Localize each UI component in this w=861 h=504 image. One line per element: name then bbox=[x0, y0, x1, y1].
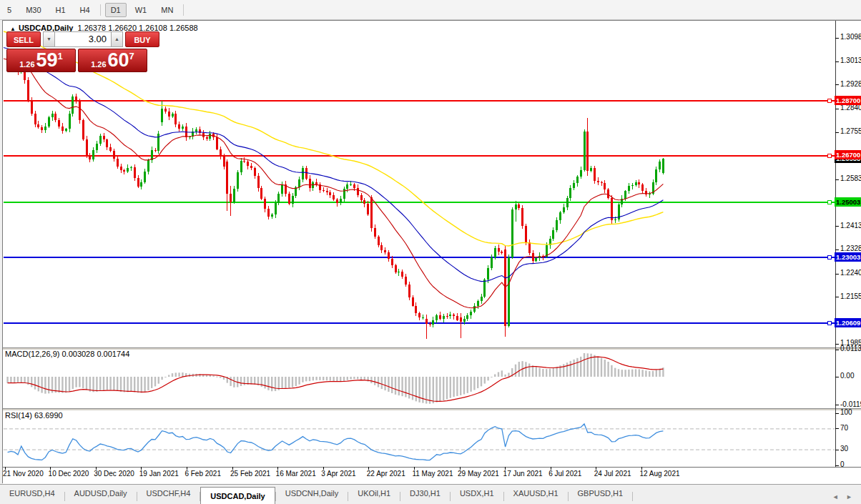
rsi-indicator-label: RSI(14) 63.6990 bbox=[5, 411, 63, 420]
date-axis-label: 11 May 2021 bbox=[412, 470, 453, 478]
sell-price-prefix: 1.26 bbox=[19, 59, 34, 70]
date-axis-label: 22 Apr 2021 bbox=[367, 470, 405, 478]
macd-axis-tick: 0.01135 bbox=[840, 345, 861, 352]
buy-button[interactable]: BUY bbox=[125, 31, 159, 47]
buy-price-main: 60 bbox=[108, 51, 129, 70]
sell-price-pip: 1 bbox=[58, 51, 63, 61]
sell-price-box[interactable]: 1.26 59 1 bbox=[6, 49, 76, 72]
date-axis-label: 24 Jul 2021 bbox=[594, 470, 631, 478]
volume-decrease-button[interactable]: ▼ bbox=[43, 31, 55, 47]
macd-indicator-label: MACD(12,26,9) 0.003028 0.001744 bbox=[5, 350, 129, 358]
chart-tab-usdchf-h4[interactable]: USDCHF,H4 bbox=[137, 489, 200, 504]
chart-canvas[interactable] bbox=[1, 1, 861, 504]
buy-price-prefix: 1.26 bbox=[91, 59, 106, 70]
macd-axis-tick: 0.00 bbox=[840, 372, 854, 380]
hline-price-badge: 1.26700 bbox=[835, 150, 861, 159]
date-axis-label: 16 Mar 2021 bbox=[276, 470, 316, 478]
date-axis-label: 19 Jan 2021 bbox=[139, 470, 179, 478]
rsi-axis-tick: 0 bbox=[840, 460, 845, 468]
date-axis-label: 30 Dec 2020 bbox=[94, 470, 134, 478]
volume-input[interactable]: 3.00 bbox=[55, 31, 111, 47]
price-axis-tick: 1.30980 bbox=[840, 33, 861, 41]
buy-price-pip: 7 bbox=[129, 51, 134, 61]
price-axis-tick: 1.29280 bbox=[840, 80, 861, 88]
date-axis-label: 25 Feb 2021 bbox=[230, 470, 270, 478]
chart-window[interactable]: ▲USDCAD,Daily 1.26378 1.26620 1.26108 1.… bbox=[2, 20, 861, 483]
hline-price-badge: 1.25003 bbox=[835, 197, 861, 207]
chart-tab-dj30-h1[interactable]: DJ30,H1 bbox=[400, 489, 450, 504]
date-axis-label: 6 Feb 2021 bbox=[184, 470, 221, 478]
chart-tab-audusd-daily[interactable]: AUDUSD,Daily bbox=[65, 489, 137, 504]
price-axis-tick: 1.22405 bbox=[840, 269, 861, 277]
tab-separator bbox=[632, 492, 633, 501]
volume-increase-button[interactable]: ▲ bbox=[111, 31, 123, 47]
chart-tab-usdcnh-daily[interactable]: USDCNH,Daily bbox=[276, 489, 348, 504]
price-axis-tick: 1.27555 bbox=[840, 127, 861, 135]
chart-tab-gbpusd-h1[interactable]: GBPUSD,H1 bbox=[569, 489, 633, 504]
date-axis-label: 29 May 2021 bbox=[458, 470, 499, 478]
rsi-axis-tick: 100 bbox=[840, 408, 852, 416]
tab-scroll-arrows[interactable]: ◄ ► bbox=[832, 493, 861, 500]
buy-price-box[interactable]: 1.26 60 7 bbox=[78, 49, 147, 72]
date-axis-label: 3 Apr 2021 bbox=[321, 470, 355, 478]
price-axis-tick: 1.28405 bbox=[840, 104, 861, 112]
date-axis-label: 21 Nov 2020 bbox=[3, 470, 44, 478]
hline-price-badge: 1.23003 bbox=[835, 252, 861, 262]
chart-tab-ukoil-h1[interactable]: UKOil,H1 bbox=[348, 489, 400, 504]
rsi-axis-tick: 70 bbox=[840, 424, 848, 432]
hline-price-badge: 1.28700 bbox=[835, 96, 861, 105]
price-axis-tick: 1.30130 bbox=[840, 56, 861, 64]
chart-tab-usdcad-daily[interactable]: USDCAD,Daily bbox=[200, 487, 275, 504]
macd-axis-tick: -0.01190 bbox=[840, 400, 861, 408]
chart-tab-xauusd-h1[interactable]: XAUUSD,H1 bbox=[504, 489, 568, 504]
chart-tab-eurusd-h4[interactable]: EURUSD,H4 bbox=[0, 489, 64, 504]
date-axis-label: 12 Aug 2021 bbox=[639, 470, 679, 478]
rsi-axis-tick: 30 bbox=[840, 445, 848, 453]
one-click-trade-panel: SELL ▼ 3.00 ▲ BUY 1.26 59 1 1.26 60 7 bbox=[6, 31, 167, 72]
price-axis-tick: 1.25830 bbox=[840, 174, 861, 182]
price-axis-tick: 1.21555 bbox=[840, 292, 861, 300]
date-axis-label: 17 Jun 2021 bbox=[503, 470, 543, 478]
chart-tab-usdx-h1[interactable]: USDX,H1 bbox=[451, 489, 503, 504]
date-axis-label: 10 Dec 2020 bbox=[49, 470, 89, 478]
date-axis-label: 6 Jul 2021 bbox=[548, 470, 581, 478]
hline-price-badge: 1.20609 bbox=[835, 318, 861, 327]
sell-price-main: 59 bbox=[36, 51, 58, 70]
sell-button[interactable]: SELL bbox=[6, 31, 41, 47]
mt4-window: 5M30H1H4D1W1MN ▲USDCAD,Daily 1.26378 1.2… bbox=[0, 0, 861, 504]
chart-tab-bar: EURUSD,H4AUDUSD,DailyUSDCHF,H4USDCAD,Dai… bbox=[0, 484, 861, 504]
price-axis-tick: 1.24130 bbox=[840, 222, 861, 229]
